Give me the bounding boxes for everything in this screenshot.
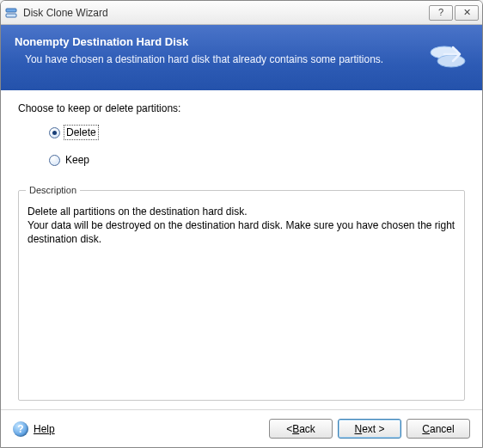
next-u: N bbox=[354, 423, 362, 435]
back-button[interactable]: < Back bbox=[269, 419, 333, 439]
close-button[interactable]: ✕ bbox=[455, 5, 479, 21]
window-title: Disk Clone Wizard bbox=[23, 7, 427, 19]
window-controls: ? ✕ bbox=[427, 5, 479, 21]
radio-icon bbox=[49, 127, 60, 138]
wizard-window: Disk Clone Wizard ? ✕ Nonempty Destinati… bbox=[0, 0, 483, 448]
next-rest: ext > bbox=[362, 423, 384, 435]
cancel-button[interactable]: Cancel bbox=[407, 419, 470, 439]
banner-text: Nonempty Destination Hard Disk You have … bbox=[15, 35, 420, 65]
description-legend: Description bbox=[26, 184, 80, 197]
wizard-footer: ? Help < Back Next > Cancel bbox=[1, 409, 482, 447]
help-button[interactable]: ? bbox=[429, 5, 453, 21]
description-box: Description Delete all partitions on the… bbox=[18, 190, 465, 401]
radio-icon bbox=[49, 155, 60, 166]
banner-heading: Nonempty Destination Hard Disk bbox=[15, 35, 420, 48]
wizard-content: Choose to keep or delete partitions: Del… bbox=[1, 90, 482, 409]
banner-subtext: You have chosen a destination hard disk … bbox=[25, 53, 420, 65]
partition-options: Delete Keep bbox=[49, 126, 465, 181]
option-delete-label: Delete bbox=[65, 126, 97, 138]
option-keep-label: Keep bbox=[65, 154, 89, 166]
back-u: B bbox=[292, 423, 299, 435]
options-prompt: Choose to keep or delete partitions: bbox=[18, 102, 465, 114]
cancel-u: C bbox=[422, 423, 430, 435]
app-icon bbox=[4, 6, 18, 20]
next-button[interactable]: Next > bbox=[338, 419, 401, 439]
svg-rect-0 bbox=[6, 9, 16, 12]
description-line2: Your data will be destroyed on the desti… bbox=[28, 218, 455, 246]
description-line1: Delete all partitions on the destination… bbox=[28, 205, 455, 218]
option-delete[interactable]: Delete bbox=[49, 126, 465, 138]
back-rest: ack bbox=[299, 423, 315, 435]
titlebar: Disk Clone Wizard ? ✕ bbox=[1, 1, 482, 25]
help-icon: ? bbox=[13, 421, 28, 437]
disks-icon bbox=[427, 35, 468, 77]
help-label: Help bbox=[34, 423, 55, 435]
help-link[interactable]: ? Help bbox=[13, 421, 55, 437]
option-keep[interactable]: Keep bbox=[49, 154, 465, 166]
svg-point-3 bbox=[437, 55, 465, 67]
cancel-rest: ancel bbox=[430, 423, 455, 435]
svg-rect-1 bbox=[6, 14, 16, 17]
wizard-banner: Nonempty Destination Hard Disk You have … bbox=[1, 25, 482, 90]
back-prefix: < bbox=[286, 423, 292, 435]
